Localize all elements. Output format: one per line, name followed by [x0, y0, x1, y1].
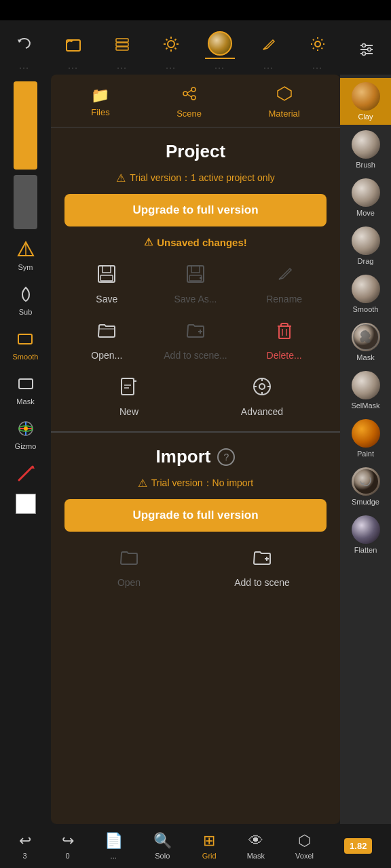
svg-point-37: [191, 87, 196, 92]
toolbar-settings[interactable]: ...: [303, 29, 333, 70]
svg-rect-3: [116, 47, 128, 50]
toolbar-lighting[interactable]: ...: [156, 29, 186, 70]
toolbar-undo[interactable]: ...: [10, 29, 39, 70]
version-badge[interactable]: 1.82: [344, 838, 372, 854]
bottom-undo[interactable]: ↩ 3: [19, 832, 31, 860]
upgrade-button-project[interactable]: Upgrade to full version: [64, 194, 327, 226]
unsaved-notice: ⚠ Unsaved changes!: [64, 236, 327, 248]
smudge-label: Smudge: [352, 498, 379, 506]
right-tool-move[interactable]: Move: [340, 174, 391, 221]
right-tool-brush[interactable]: Brush: [340, 126, 391, 173]
clay-label: Clay: [358, 113, 373, 121]
svg-rect-2: [116, 43, 128, 46]
sidebar-item-sym[interactable]: Sym: [11, 235, 41, 274]
tab-scene[interactable]: Scene: [170, 83, 208, 121]
files-tab-label: Files: [91, 107, 109, 117]
svg-line-39: [187, 90, 191, 93]
sidebar-item-stroke[interactable]: [11, 458, 41, 488]
smooth-label: Smooth: [353, 305, 379, 313]
action-save-as[interactable]: Save As...: [153, 259, 238, 309]
right-tool-selmask[interactable]: SelMask: [340, 367, 391, 414]
right-sidebar: Clay Brush Move Drag Smooth: [340, 75, 391, 824]
delete-icon: [274, 319, 295, 346]
add-scene-icon: [185, 319, 206, 346]
tab-material[interactable]: Material: [262, 83, 307, 121]
svg-rect-23: [18, 334, 32, 344]
right-tool-drag[interactable]: Drag: [340, 222, 391, 269]
color-block-secondary[interactable]: [14, 175, 37, 229]
add-scene-label: Add to scene...: [164, 350, 227, 361]
save-icon: [96, 263, 117, 290]
bottom-grid[interactable]: ⊞ Grid: [202, 832, 217, 860]
brush-label: Brush: [356, 161, 375, 169]
paint-sphere-icon: [352, 419, 380, 448]
svg-line-30: [19, 467, 33, 480]
bottom-redo[interactable]: ↪ 0: [62, 832, 74, 860]
import-action-add-scene[interactable]: Add to scene: [198, 542, 327, 592]
sidebar-item-gizmo[interactable]: Gizmo: [11, 414, 41, 453]
svg-rect-1: [116, 39, 128, 42]
toolbar-files[interactable]: ...: [58, 29, 88, 70]
bottom-voxel[interactable]: ⬡ Voxel: [295, 832, 314, 860]
panel-tab-bar: 📁 Files Scene: [51, 75, 340, 127]
advanced-label: Advanced: [241, 406, 283, 417]
sidebar-gizmo-label: Gizmo: [15, 442, 37, 450]
scene-tab-label: Scene: [176, 108, 202, 119]
svg-line-11: [175, 39, 176, 40]
action-rename[interactable]: Rename: [242, 259, 327, 309]
color-block-primary[interactable]: [14, 81, 37, 170]
tab-files[interactable]: 📁 Files: [84, 84, 116, 120]
help-icon-button[interactable]: ?: [217, 448, 235, 466]
right-tool-paint[interactable]: Paint: [340, 415, 391, 462]
toolbar-pen-dots: ...: [263, 62, 274, 70]
action-advanced[interactable]: Advanced: [198, 372, 327, 421]
paint-label: Paint: [357, 450, 374, 458]
save-label: Save: [96, 294, 117, 304]
action-save[interactable]: Save: [64, 259, 149, 309]
right-tool-smooth[interactable]: Smooth: [340, 271, 391, 317]
move-sphere-icon: [352, 178, 380, 207]
action-open[interactable]: Open...: [64, 315, 149, 365]
right-tool-smudge[interactable]: Smudge: [340, 463, 391, 510]
svg-point-35: [354, 469, 378, 494]
right-tool-mask[interactable]: Mask: [340, 319, 391, 366]
import-add-scene-label: Add to scene: [234, 577, 290, 588]
main-panel: 📁 Files Scene: [51, 75, 340, 824]
material-tab-icon: [276, 85, 293, 106]
action-delete[interactable]: Delete...: [242, 315, 327, 365]
bottom-toolbar: ↩ 3 ↪ 0 📄 ... 🔍 Solo ⊞ Grid 👁 Mask ⬡ Vox…: [0, 824, 391, 868]
color-white-swatch[interactable]: [16, 494, 36, 514]
action-add-scene[interactable]: Add to scene...: [153, 315, 238, 365]
grid-icon: ⊞: [203, 832, 215, 850]
toolbar-files-dots: ...: [68, 62, 78, 70]
bottom-solo[interactable]: 🔍 Solo: [153, 832, 172, 860]
top-toolbar: ... ... ...: [0, 20, 391, 75]
advanced-icon: [251, 376, 273, 402]
svg-rect-43: [103, 266, 111, 273]
toolbar-layers[interactable]: ...: [107, 29, 137, 70]
redo-icon: ↪: [62, 832, 74, 850]
upgrade-button-import[interactable]: Upgrade to full version: [64, 499, 327, 532]
sidebar-item-mask[interactable]: Mask: [11, 369, 41, 408]
bottom-mask[interactable]: 👁 Mask: [247, 832, 265, 860]
toolbar-pen[interactable]: ...: [254, 29, 284, 70]
bottom-doc[interactable]: 📄 ...: [105, 832, 123, 860]
import-action-open[interactable]: Open: [64, 542, 193, 592]
toolbar-material[interactable]: ...: [205, 29, 235, 70]
action-new[interactable]: New: [64, 372, 193, 421]
toolbar-tools[interactable]: [352, 35, 381, 64]
status-bar: [0, 0, 391, 20]
right-tool-clay[interactable]: Clay: [340, 78, 391, 125]
mask-label: Mask: [356, 353, 374, 361]
undo-count: 3: [22, 852, 26, 860]
right-tool-flatten[interactable]: Flatten: [340, 511, 391, 558]
sidebar-item-sub[interactable]: Sub: [11, 279, 41, 319]
project-panel: 📁 Files Scene: [51, 75, 340, 824]
flatten-label: Flatten: [354, 546, 377, 554]
project-actions-row2: Open... Add to scene...: [64, 315, 327, 365]
import-open-label: Open: [117, 577, 141, 588]
trial-text-import: Trial version：No import: [151, 477, 253, 490]
sidebar-item-smooth[interactable]: Smooth: [10, 324, 41, 363]
material-tab-label: Material: [269, 108, 300, 119]
drag-label: Drag: [358, 257, 374, 265]
